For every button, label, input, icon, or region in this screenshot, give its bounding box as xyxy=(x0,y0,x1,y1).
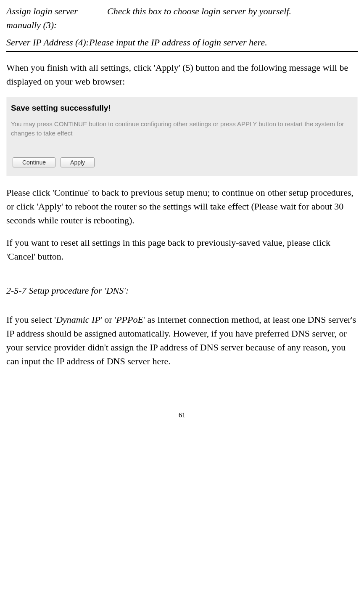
setting-row-3: Assign login server manually (3): Check … xyxy=(6,4,358,32)
apply-button[interactable]: Apply xyxy=(61,157,95,167)
dns-text-prefix: If you select ' xyxy=(6,314,56,325)
dns-em-dynamic-ip: Dynamic IP xyxy=(56,314,100,325)
continue-button[interactable]: Continue xyxy=(13,157,55,167)
page-number: 61 xyxy=(6,410,358,420)
paragraph-dns-intro: If you select 'Dynamic IP' or 'PPPoE' as… xyxy=(6,313,358,368)
paragraph-apply-instruction: When you finish with all settings, click… xyxy=(6,61,358,88)
dns-text-mid1: ' or ' xyxy=(100,314,116,325)
paragraph-continue-apply: Please click 'Continue' to back to previ… xyxy=(6,186,358,227)
dialog-button-row: Continue Apply xyxy=(13,157,353,167)
setting-label-4: Server IP Address (4): xyxy=(6,37,89,48)
save-success-dialog: Save setting successfully! You may press… xyxy=(6,97,358,176)
setting-desc-4: Please input the IP address of login ser… xyxy=(89,37,267,48)
dialog-subtext: You may press CONTINUE button to continu… xyxy=(11,119,353,138)
dialog-title: Save setting successfully! xyxy=(11,102,353,114)
setting-desc-3: Check this box to choose login server by… xyxy=(107,4,291,32)
setting-label-3: Assign login server manually (3): xyxy=(6,4,107,32)
dns-em-pppoe: PPPoE xyxy=(116,314,143,325)
section-heading-dns: 2-5-7 Setup procedure for 'DNS': xyxy=(6,284,358,297)
setting-row-4: Server IP Address (4):Please input the I… xyxy=(6,35,358,52)
paragraph-cancel: If you want to reset all settings in thi… xyxy=(6,236,358,263)
